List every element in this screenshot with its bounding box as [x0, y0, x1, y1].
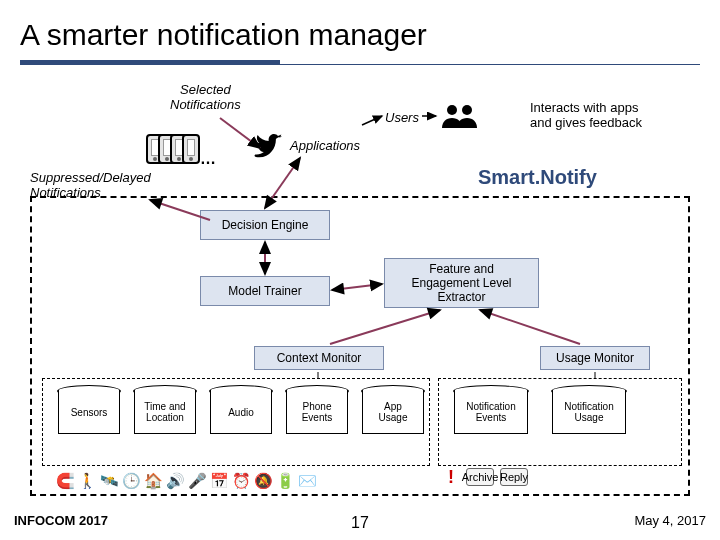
- app-usage-cylinder: App Usage: [362, 390, 424, 434]
- diagram-canvas: Selected Notifications Users Interacts w…: [0, 80, 720, 500]
- applications-label: Applications: [290, 138, 360, 153]
- mic-icon: 🎤: [188, 472, 206, 490]
- smartnotify-label: Smart.Notify: [478, 166, 597, 189]
- usage-monitor-box: Usage Monitor: [540, 346, 650, 370]
- gmail-icon: ✉️: [298, 472, 316, 490]
- sensor-icons: 🧲 🚶 🛰️ 🕒 🏠 🔊 🎤 📅 ⏰ 🔕 🔋 ✉️: [56, 468, 316, 490]
- slide-title: A smarter notification manager: [0, 0, 720, 58]
- footer-page-number: 17: [351, 514, 369, 532]
- house-icon: 🏠: [144, 472, 162, 490]
- battery-icon: 🔋: [276, 472, 294, 490]
- ellipsis: …: [200, 150, 216, 168]
- reply-button[interactable]: Reply: [500, 468, 528, 486]
- calendar-icon: 📅: [210, 472, 228, 490]
- model-trainer-box: Model Trainer: [200, 276, 330, 306]
- ringer-icon: 🔕: [254, 472, 272, 490]
- svg-line-2: [362, 116, 382, 125]
- interacts-label: Interacts with apps and gives feedback: [530, 100, 642, 130]
- satellite-icon: 🛰️: [100, 472, 118, 490]
- svg-point-1: [462, 105, 472, 115]
- notif-usage-cylinder: Notification Usage: [552, 390, 626, 434]
- decision-engine-box: Decision Engine: [200, 210, 330, 240]
- clock-icon: 🕒: [122, 472, 140, 490]
- footer-date: May 4, 2017: [634, 513, 706, 528]
- magnet-icon: 🧲: [56, 472, 74, 490]
- twitter-icon: [248, 132, 284, 162]
- svg-point-0: [447, 105, 457, 115]
- users-label: Users: [385, 110, 419, 125]
- phone-events-cylinder: Phone Events: [286, 390, 348, 434]
- phone-stack-icon: [146, 134, 194, 164]
- footer-conference: INFOCOM 2017: [14, 513, 108, 528]
- feature-extractor-box: Feature and Engagement Level Extractor: [384, 258, 539, 308]
- notif-events-cylinder: Notification Events: [454, 390, 528, 434]
- walk-icon: 🚶: [78, 472, 96, 490]
- sensors-cylinder: Sensors: [58, 390, 120, 434]
- alarm-icon: ⏰: [232, 472, 250, 490]
- usage-icons: ! Archive Reply: [442, 468, 528, 486]
- selected-notifications-label: Selected Notifications: [170, 82, 241, 112]
- speaker-icon: 🔊: [166, 472, 184, 490]
- bang-icon: !: [442, 468, 460, 486]
- context-monitor-box: Context Monitor: [254, 346, 384, 370]
- title-underline: [20, 60, 280, 64]
- users-icon: [440, 102, 480, 130]
- time-location-cylinder: Time and Location: [134, 390, 196, 434]
- archive-button[interactable]: Archive: [466, 468, 494, 486]
- audio-cylinder: Audio: [210, 390, 272, 434]
